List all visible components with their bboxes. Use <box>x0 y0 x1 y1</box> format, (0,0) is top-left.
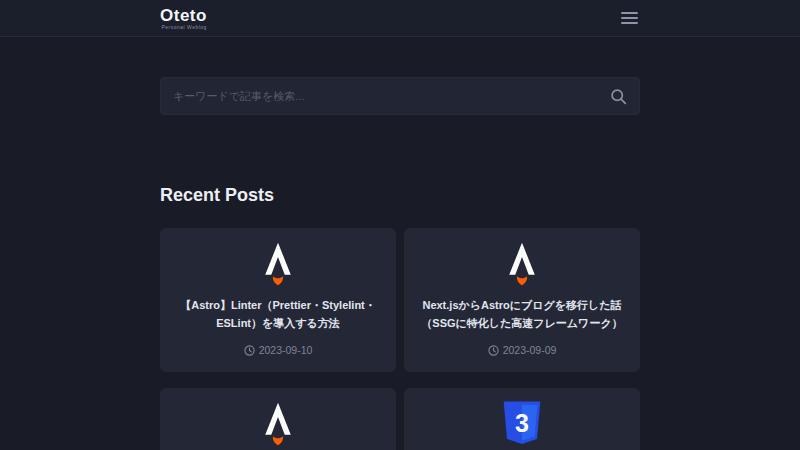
main-content: Recent Posts 【Astro】Linter（Prettier・Styl… <box>160 77 640 450</box>
menu-button[interactable] <box>619 8 640 28</box>
hamburger-icon <box>621 12 638 24</box>
post-date: 2023-09-09 <box>488 344 557 356</box>
post-date: 2023-09-10 <box>244 344 313 356</box>
site-logo-text: Oteto <box>160 7 207 24</box>
site-logo-tagline: Personal Weblog <box>160 25 207 30</box>
post-title: 【Astro】Linter（Prettier・Stylelint・ESLint）… <box>176 296 380 332</box>
search-icon <box>610 88 627 105</box>
post-card[interactable]: 【Astro】Linter（Prettier・Stylelint・ESLint）… <box>160 228 396 372</box>
svg-text:3: 3 <box>515 410 529 438</box>
astro-logo-icon <box>261 402 295 446</box>
post-date-text: 2023-09-10 <box>259 344 313 356</box>
site-header: Oteto Personal Weblog <box>0 0 800 37</box>
posts-grid: 【Astro】Linter（Prettier・Stylelint・ESLint）… <box>160 228 640 450</box>
clock-icon <box>488 345 499 356</box>
post-card[interactable]: Next.jsからAstroにブログを移行した話（SSGに特化した高速フレームワ… <box>404 228 640 372</box>
post-title: Next.jsからAstroにブログを移行した話（SSGに特化した高速フレームワ… <box>420 296 624 332</box>
clock-icon <box>244 345 255 356</box>
astro-logo-icon <box>505 242 539 286</box>
post-card[interactable]: 3 【CSSのみ】imgの画像をトリミングする方法 <box>404 388 640 450</box>
search-input[interactable] <box>173 90 610 102</box>
recent-posts-heading: Recent Posts <box>160 185 640 206</box>
search-button[interactable] <box>610 88 627 105</box>
post-date-text: 2023-09-09 <box>503 344 557 356</box>
post-card[interactable]: 【Astro】Partytownを使ってGoogle Analyticsを導入す… <box>160 388 396 450</box>
search-bar <box>160 77 640 115</box>
astro-logo-icon <box>261 242 295 286</box>
site-logo[interactable]: Oteto Personal Weblog <box>160 7 207 30</box>
css3-logo-icon: 3 <box>502 402 542 446</box>
